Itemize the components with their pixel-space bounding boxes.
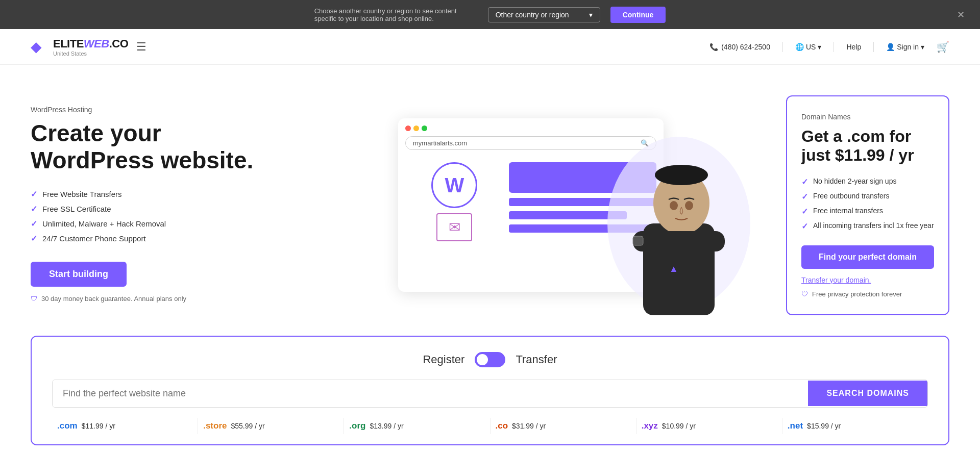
tld-name-store: .store (203, 421, 227, 431)
register-label: Register (423, 353, 464, 366)
region-selector[interactable]: 🌐 US ▾ (795, 43, 821, 51)
signin-chevron-icon: ▾ (921, 43, 924, 51)
hero-section: WordPress Hosting Create your WordPress … (0, 65, 980, 336)
phone-icon: 📞 (709, 43, 718, 51)
banner-close-button[interactable]: ✕ (957, 9, 965, 20)
banner-content: Choose another country or region to see … (314, 7, 666, 23)
tld-name-xyz: .xyz (642, 421, 658, 431)
cart-button[interactable]: 🛒 (937, 41, 949, 53)
header-nav: 📞 (480) 624-2500 🌐 US ▾ Help 👤 Sign in ▾… (709, 41, 949, 53)
hero-title: Create your WordPress website. (31, 120, 276, 174)
domain-feature-3: ✓ Free internal transfers (801, 207, 934, 216)
feature-text-4: 24/7 Customer Phone Support (42, 234, 146, 243)
tld-name-com: .com (57, 421, 78, 431)
transfer-domain-link[interactable]: Transfer your domain. (801, 276, 934, 284)
domain-card-label: Domain Names (801, 113, 934, 121)
domain-check-2: ✓ (801, 192, 808, 202)
feature-item-3: ✓ Unlimited, Malware + Hack Removal (31, 219, 276, 229)
svg-point-5 (655, 165, 708, 185)
tld-item-com[interactable]: .com $11.99 / yr (52, 418, 198, 434)
feature-item-4: ✓ 24/7 Customer Phone Support (31, 234, 276, 243)
logo-subtitle: United States (53, 51, 128, 57)
domain-feature-text-1: No hidden 2-year sign ups (813, 177, 896, 185)
nav-divider-2 (834, 42, 834, 52)
logo-co: .CO (109, 37, 129, 50)
guarantee-area: 🛡 30 day money back guarantee. Annual pl… (31, 295, 276, 303)
mail-icon-box: ✉ (436, 213, 472, 241)
tld-item-net[interactable]: .net $15.99 / yr (782, 418, 928, 434)
browser-url-text: mymartialarts.com (413, 139, 467, 147)
signin-button[interactable]: 👤 Sign in ▾ (886, 43, 924, 51)
logo-brand: ELITEWEB.CO (53, 37, 128, 51)
start-building-button[interactable]: Start building (31, 262, 127, 287)
header: ◆ ELITEWEB.CO United States ☰ 📞 (480) 62… (0, 29, 980, 65)
register-transfer-toggle[interactable] (475, 352, 505, 367)
domain-search-bar: SEARCH DOMAINS (52, 380, 928, 408)
signin-text: Sign in (897, 43, 919, 51)
tld-item-co[interactable]: .co $31.99 / yr (491, 418, 636, 434)
region-chevron-icon: ▾ (818, 43, 821, 51)
find-domain-button[interactable]: Find your perfect domain (801, 245, 934, 269)
guarantee-text: 30 day money back guarantee. Annual plan… (41, 295, 186, 303)
privacy-text: Free privacy protection forever (812, 290, 902, 298)
region-text: US (806, 43, 816, 51)
hamburger-menu-icon[interactable]: ☰ (136, 40, 146, 54)
nav-divider-1 (782, 42, 783, 52)
svg-text:▲: ▲ (669, 264, 678, 274)
svg-rect-3 (633, 231, 725, 251)
tld-price-xyz: $10.99 / yr (662, 422, 696, 430)
logo-web: WEB (84, 37, 109, 50)
shield-privacy-icon: 🛡 (801, 290, 808, 298)
continue-button[interactable]: Continue (610, 7, 666, 23)
search-domains-button[interactable]: SEARCH DOMAINS (808, 381, 927, 406)
search-section: Register Transfer SEARCH DOMAINS .com $1… (31, 336, 949, 445)
tld-item-xyz[interactable]: .xyz $10.99 / yr (636, 418, 782, 434)
svg-point-6 (670, 201, 678, 210)
user-icon: 👤 (886, 43, 895, 51)
check-icon-3: ✓ (31, 219, 37, 229)
tld-price-org: $13.99 / yr (370, 422, 403, 430)
globe-icon: 🌐 (795, 43, 804, 51)
tld-name-net: .net (788, 421, 803, 431)
register-toggle: Register Transfer (52, 352, 928, 367)
browser-left-col: W ✉ (405, 157, 504, 290)
svg-point-7 (685, 201, 693, 210)
domain-feature-text-2: Free outbound transfers (813, 192, 889, 200)
tld-price-com: $11.99 / yr (82, 422, 115, 430)
privacy-note: 🛡 Free privacy protection forever (801, 290, 934, 298)
top-banner: Choose another country or region to see … (0, 0, 980, 29)
domain-feature-1: ✓ No hidden 2-year sign ups (801, 177, 934, 187)
hero-features-list: ✓ Free Website Transfers ✓ Free SSL Cert… (31, 189, 276, 243)
transfer-label: Transfer (516, 353, 557, 366)
domain-card-title: Get a .com for just $11.99 / yr (801, 127, 934, 165)
domain-search-input[interactable] (53, 380, 808, 407)
domain-feature-text-4: All incoming transfers incl 1x free year (813, 221, 934, 230)
logo-text: ELITEWEB.CO United States (53, 37, 128, 57)
nav-divider-3 (873, 42, 874, 52)
logo-elite: ELITE (53, 37, 84, 50)
tld-item-org[interactable]: .org $13.99 / yr (344, 418, 490, 434)
domain-feature-4: ✓ All incoming transfers incl 1x free ye… (801, 221, 934, 231)
country-selector[interactable]: Other country or region ▾ (488, 7, 600, 22)
hero-right: Domain Names Get a .com for just $11.99 … (786, 95, 949, 315)
tld-name-org: .org (349, 421, 365, 431)
cart-icon: 🛒 (937, 41, 949, 53)
help-text: Help (846, 43, 861, 51)
domain-feature-2: ✓ Free outbound transfers (801, 192, 934, 202)
chevron-down-icon: ▾ (589, 11, 593, 19)
dot-green (422, 125, 427, 131)
tld-price-co: $31.99 / yr (512, 422, 546, 430)
phone-number[interactable]: 📞 (480) 624-2500 (709, 43, 770, 51)
domain-feature-text-3: Free internal transfers (813, 207, 883, 215)
person-svg: ▲ (602, 121, 755, 315)
tld-item-store[interactable]: .store $55.99 / yr (198, 418, 344, 434)
shield-guarantee-icon: 🛡 (31, 295, 37, 303)
hero-center: mymartialarts.com 🔍 W ✉ (296, 95, 766, 315)
help-link[interactable]: Help (846, 43, 861, 51)
hero-section-label: WordPress Hosting (31, 106, 276, 114)
tld-name-co: .co (496, 421, 508, 431)
domain-check-3: ✓ (801, 207, 808, 216)
tld-row: .com $11.99 / yr .store $55.99 / yr .org… (52, 418, 928, 434)
feature-text-3: Unlimited, Malware + Hack Removal (42, 219, 166, 228)
domain-check-4: ✓ (801, 221, 808, 231)
